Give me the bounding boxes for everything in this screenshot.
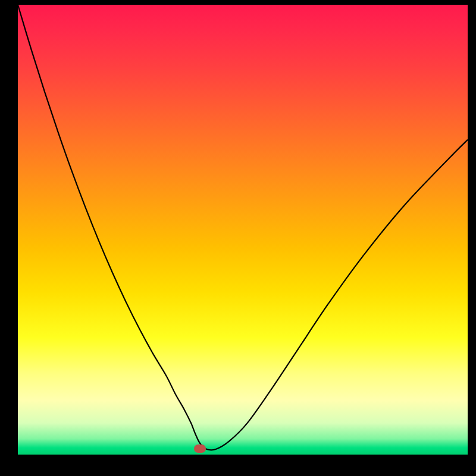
bottleneck-curve xyxy=(18,5,468,455)
chart-frame xyxy=(18,5,468,455)
optimal-point-marker xyxy=(194,444,206,453)
